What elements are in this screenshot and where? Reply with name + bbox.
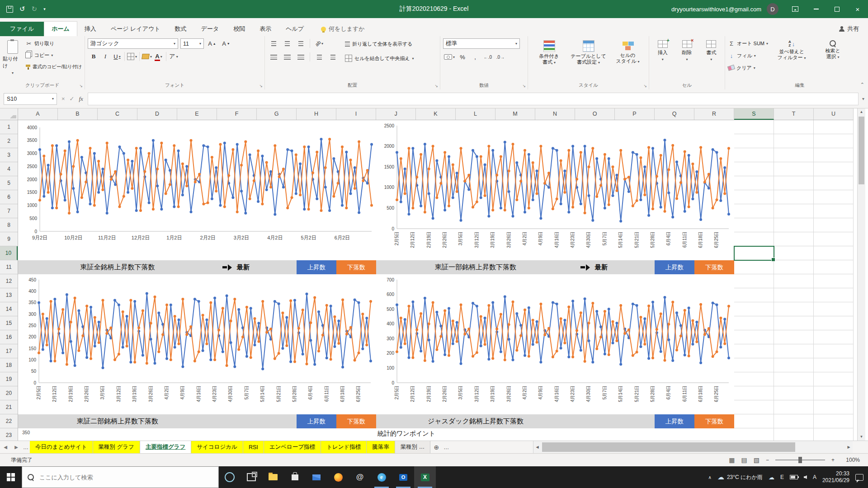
- font-family-combo[interactable]: 游ゴシック▾: [88, 38, 178, 49]
- page-layout-view-button[interactable]: ▤: [741, 456, 747, 464]
- collapse-ribbon-button[interactable]: ⌃: [860, 82, 864, 88]
- column-header-T[interactable]: T: [774, 108, 814, 120]
- row-header-4[interactable]: 4: [0, 162, 18, 176]
- search-input[interactable]: [38, 474, 213, 481]
- tab-formulas[interactable]: 数式: [168, 22, 194, 36]
- align-right-button[interactable]: [295, 52, 307, 62]
- bold-button[interactable]: B: [88, 52, 99, 61]
- confirm-entry-icon[interactable]: ✓: [70, 95, 75, 102]
- row-header-12[interactable]: 12: [0, 274, 18, 288]
- row-header-3[interactable]: 3: [0, 148, 18, 162]
- font-dialog-launcher[interactable]: ↘: [259, 84, 263, 88]
- column-header-P[interactable]: P: [615, 108, 655, 120]
- column-header-L[interactable]: L: [456, 108, 495, 120]
- account-avatar[interactable]: D: [767, 3, 778, 15]
- horizontal-scrollbar[interactable]: ◀ ▶: [533, 441, 853, 453]
- sort-filter-button[interactable]: AZ↓ 並べ替えとフィルター ▾: [771, 38, 812, 81]
- restore-button[interactable]: [826, 0, 847, 18]
- clipboard-dialog-launcher[interactable]: ↘: [79, 84, 83, 88]
- number-format-combo[interactable]: 標準▾: [443, 38, 520, 49]
- sheet-nav-prev[interactable]: ◀: [0, 441, 11, 453]
- wrap-text-button[interactable]: 折り返して全体を表示する: [345, 38, 414, 49]
- format-cells-button[interactable]: 書式▾: [700, 38, 722, 81]
- row-header-22[interactable]: 22: [0, 414, 18, 428]
- column-header-J[interactable]: J: [376, 108, 416, 120]
- row-header-10[interactable]: 10: [0, 246, 18, 260]
- account-email[interactable]: dryyourtearswithlove1@gmail.com: [671, 6, 761, 13]
- sheet-grid[interactable]: 050010001500200025003000350040009月2日10月2…: [18, 120, 854, 441]
- column-header-F[interactable]: F: [217, 108, 257, 120]
- tab-view[interactable]: 表示: [252, 22, 278, 36]
- taskbar-app-outlook[interactable]: O: [392, 466, 414, 488]
- undo-button[interactable]: ↺: [19, 5, 25, 13]
- row-header-21[interactable]: 21: [0, 400, 18, 414]
- sheet-tabs-overflow-left[interactable]: …: [22, 441, 30, 453]
- redo-button[interactable]: ↻: [32, 5, 38, 13]
- chart-tosho-second[interactable]: 0501001502002503003504004502月5日2月12日2月19…: [18, 274, 376, 414]
- row-header-19[interactable]: 19: [0, 372, 18, 386]
- font-size-combo[interactable]: 11▾: [180, 38, 204, 49]
- formula-input[interactable]: [88, 93, 859, 105]
- cell-styles-button[interactable]: セルのスタイル ▾: [609, 38, 646, 81]
- clear-button[interactable]: クリア▾: [728, 63, 768, 73]
- column-header-G[interactable]: G: [257, 108, 297, 120]
- taskbar-app-cortana[interactable]: [219, 466, 241, 488]
- paste-dropdown[interactable]: ▾: [12, 71, 14, 75]
- align-top-button[interactable]: [268, 38, 279, 48]
- row-header-6[interactable]: 6: [0, 190, 18, 204]
- tab-home[interactable]: ホーム: [44, 21, 77, 36]
- taskbar-app-mail[interactable]: [306, 466, 327, 488]
- align-left-button[interactable]: [268, 52, 279, 62]
- hidden-icons-chevron[interactable]: ∧: [708, 475, 712, 480]
- battery-icon[interactable]: [790, 475, 798, 479]
- sheet-tab-7[interactable]: トレンド指標: [321, 441, 367, 453]
- comma-format-button[interactable]: ,: [469, 52, 481, 62]
- taskbar-app-edge[interactable]: e: [371, 466, 392, 488]
- chart-tosho-all[interactable]: 050010001500200025003000350040009月2日10月2…: [18, 120, 376, 260]
- column-header-O[interactable]: O: [575, 108, 615, 120]
- scroll-down-arrow[interactable]: ▼: [858, 433, 865, 441]
- decrease-indent-button[interactable]: [313, 52, 325, 62]
- tray-app-e-icon[interactable]: E: [780, 474, 784, 480]
- phonetic-guide-button[interactable]: ア▾: [168, 52, 179, 61]
- increase-decimal-button[interactable]: ←.0: [482, 52, 494, 62]
- scroll-up-arrow[interactable]: ▲: [858, 108, 865, 116]
- expand-formula-bar-button[interactable]: ▾: [862, 96, 864, 101]
- insert-function-button[interactable]: fx: [79, 95, 83, 103]
- orientation-button[interactable]: ab▾: [313, 38, 325, 48]
- sheet-tab-9[interactable]: 業種別 …: [395, 441, 430, 453]
- cancel-entry-icon[interactable]: ×: [61, 95, 65, 102]
- decrease-decimal-button[interactable]: .0→: [495, 52, 506, 62]
- column-header-N[interactable]: N: [535, 108, 575, 120]
- sheet-tab-4[interactable]: サイコロジカル: [191, 441, 243, 453]
- weather-widget[interactable]: ☁23°C にわか雨: [717, 473, 763, 481]
- selected-cell-s10[interactable]: [734, 246, 774, 261]
- align-center-button[interactable]: [281, 52, 293, 62]
- speaker-icon[interactable]: [804, 475, 807, 479]
- tab-review[interactable]: 校閲: [226, 22, 252, 36]
- scroll-left-arrow[interactable]: ◀: [533, 445, 541, 449]
- row-header-14[interactable]: 14: [0, 302, 18, 316]
- delete-cells-button[interactable]: × 削除▾: [676, 38, 698, 81]
- row-header-2[interactable]: 2: [0, 134, 18, 148]
- increase-font-button[interactable]: A▲: [206, 39, 218, 49]
- copy-button[interactable]: コピー▾: [25, 50, 82, 60]
- sheet-tab-1[interactable]: 今日のまとめサイト: [30, 441, 93, 453]
- save-icon[interactable]: [6, 6, 13, 13]
- zoom-slider-thumb[interactable]: [798, 457, 802, 463]
- tab-help[interactable]: ヘルプ: [278, 22, 311, 36]
- column-header-R[interactable]: R: [694, 108, 734, 120]
- column-header-M[interactable]: M: [495, 108, 535, 120]
- format-painter-button[interactable]: 書式のコピー/貼り付け: [25, 62, 82, 72]
- column-header-B[interactable]: B: [58, 108, 98, 120]
- taskbar-app-taskview[interactable]: [241, 466, 262, 488]
- zoom-slider[interactable]: [775, 460, 825, 460]
- row-header-23[interactable]: 23: [0, 428, 18, 441]
- row-header-5[interactable]: 5: [0, 176, 18, 190]
- row-header-7[interactable]: 7: [0, 204, 18, 218]
- increase-indent-button[interactable]: [327, 52, 339, 62]
- chart-tosho-first[interactable]: 050010001500200025002月5日2月12日2月19日2月26日3…: [376, 120, 734, 260]
- taskbar-app-excel[interactable]: X: [414, 466, 436, 488]
- ribbon-display-options-button[interactable]: [785, 0, 806, 18]
- format-as-table-button[interactable]: テーブルとして書式設定 ▾: [570, 38, 607, 81]
